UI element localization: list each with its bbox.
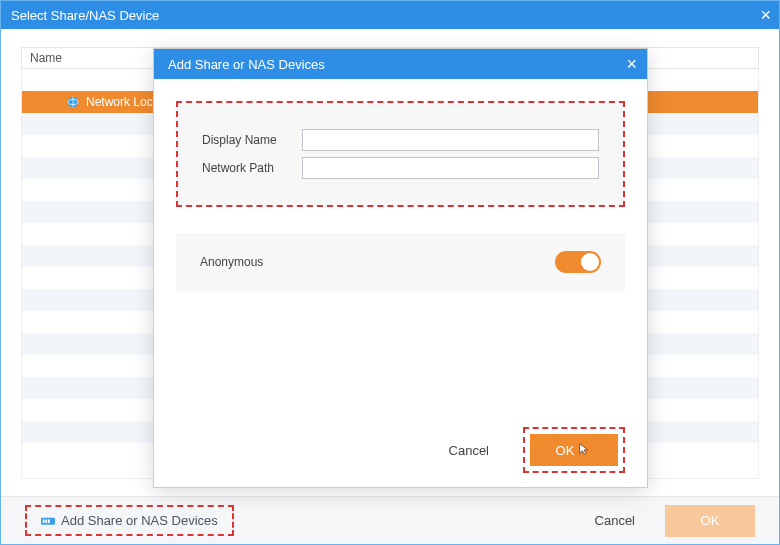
add-share-title: Add Share or NAS Devices	[168, 57, 325, 72]
network-location-icon	[66, 95, 80, 109]
form-highlight-zone: Display Name Network Path	[176, 101, 625, 207]
nas-device-icon	[41, 515, 55, 527]
cancel-button[interactable]: Cancel	[573, 505, 657, 537]
add-share-highlight: Add Share or NAS Devices	[25, 505, 234, 536]
svg-rect-4	[45, 520, 47, 524]
network-path-input[interactable]	[302, 157, 599, 179]
close-icon[interactable]: ×	[626, 54, 637, 75]
anonymous-row: Anonymous	[176, 233, 625, 291]
network-path-label: Network Path	[202, 161, 302, 175]
toggle-knob	[581, 253, 599, 271]
svg-rect-3	[43, 520, 45, 524]
cancel-button[interactable]: Cancel	[427, 434, 511, 466]
add-share-footer: Cancel OK	[154, 427, 647, 473]
close-icon[interactable]: ×	[760, 5, 771, 26]
ok-button[interactable]: OK	[665, 505, 755, 537]
ok-button-highlight: OK	[523, 427, 625, 473]
display-name-label: Display Name	[202, 133, 302, 147]
network-path-row: Network Path	[202, 157, 599, 179]
anonymous-label: Anonymous	[200, 255, 263, 269]
anonymous-toggle[interactable]	[555, 251, 601, 273]
select-share-footer: Add Share or NAS Devices Cancel OK	[1, 496, 779, 544]
add-share-titlebar: Add Share or NAS Devices ×	[154, 49, 647, 79]
cursor-icon	[578, 442, 592, 459]
svg-rect-5	[48, 520, 50, 524]
tree-item-label: Network Loc	[86, 95, 153, 109]
add-share-modal: Add Share or NAS Devices × Display Name …	[153, 48, 648, 488]
display-name-input[interactable]	[302, 129, 599, 151]
add-share-link[interactable]: Add Share or NAS Devices	[33, 509, 226, 532]
add-share-label: Add Share or NAS Devices	[61, 513, 218, 528]
display-name-row: Display Name	[202, 129, 599, 151]
select-share-title: Select Share/NAS Device	[11, 8, 159, 23]
ok-label: OK	[556, 443, 575, 458]
tree-header-name: Name	[30, 51, 62, 65]
add-share-body: Display Name Network Path Anonymous Canc…	[154, 79, 647, 487]
ok-button[interactable]: OK	[530, 434, 618, 466]
select-share-titlebar: Select Share/NAS Device ×	[1, 1, 779, 29]
